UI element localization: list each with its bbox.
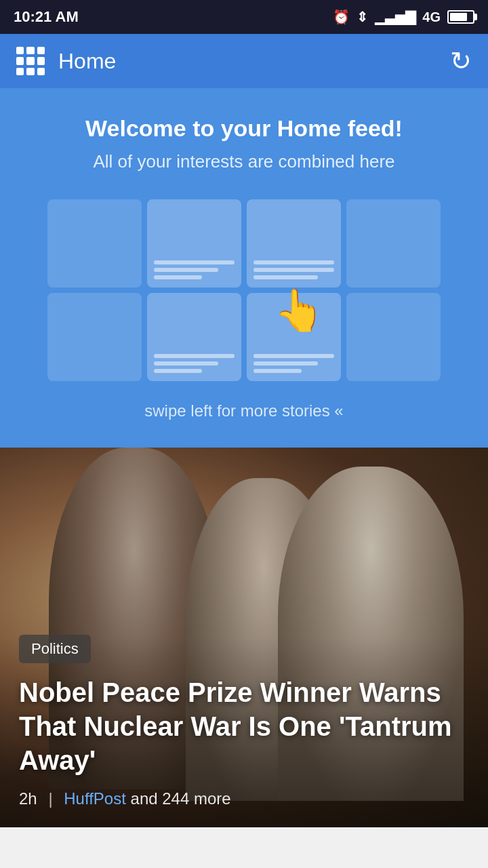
swipe-hint: swipe left for more stories « xyxy=(20,401,468,420)
signal-bars-icon: ▁▃▅▇ xyxy=(375,9,415,25)
grid-cell-4 xyxy=(346,199,441,288)
grid-cell-3 xyxy=(247,199,341,288)
refresh-button[interactable]: ↻ xyxy=(450,46,472,76)
hand-pointer-icon: 👆 xyxy=(274,286,325,334)
grid-cell-1 xyxy=(47,199,142,288)
grid-cell-7-hand: 👆 xyxy=(247,293,341,381)
status-bar: 10:21 AM ⏰ ⇕ ▁▃▅▇ 4G xyxy=(0,0,488,34)
news-content-overlay: Politics Nobel Peace Prize Winner Warns … xyxy=(0,618,488,827)
status-icons: ⏰ ⇕ ▁▃▅▇ 4G xyxy=(333,9,474,25)
news-meta-separator: | xyxy=(48,789,52,808)
vibrate-icon: ⇕ xyxy=(357,9,368,25)
grid-cell-6 xyxy=(147,293,241,381)
welcome-section: Welcome to your Home feed! All of your i… xyxy=(0,88,488,448)
alarm-icon: ⏰ xyxy=(333,9,350,25)
welcome-title: Welcome to your Home feed! xyxy=(20,115,468,142)
page-title: Home xyxy=(58,49,450,74)
news-more-text: and 244 more xyxy=(131,789,231,808)
menu-grid-icon[interactable] xyxy=(16,47,45,75)
news-headline: Nobel Peace Prize Winner Warns That Nucl… xyxy=(19,675,469,777)
network-type: 4G xyxy=(422,9,441,25)
news-source[interactable]: HuffPost xyxy=(64,789,126,808)
news-section[interactable]: Politics Nobel Peace Prize Winner Warns … xyxy=(0,448,488,827)
status-time: 10:21 AM xyxy=(14,8,79,26)
battery-icon xyxy=(447,10,474,24)
news-image: Politics Nobel Peace Prize Winner Warns … xyxy=(0,448,488,827)
welcome-subtitle: All of your interests are combined here xyxy=(20,151,468,172)
grid-cell-8 xyxy=(346,293,441,381)
category-badge[interactable]: Politics xyxy=(19,635,91,663)
news-time-ago: 2h xyxy=(19,789,37,808)
grid-cell-5 xyxy=(47,293,142,381)
grid-cell-2 xyxy=(147,199,241,288)
app-bar: Home ↻ xyxy=(0,34,488,88)
grid-illustration: 👆 xyxy=(47,199,441,381)
news-meta: 2h | HuffPost and 244 more xyxy=(19,789,469,808)
